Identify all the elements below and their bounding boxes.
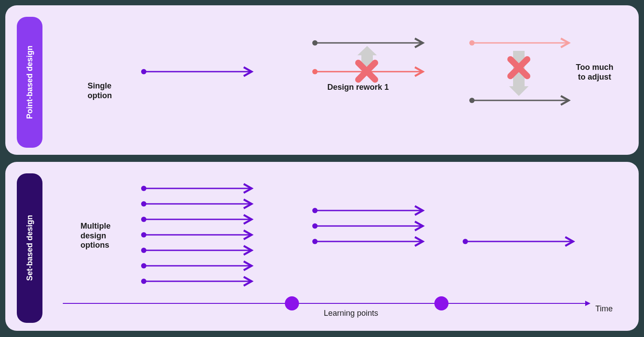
- svg-marker-5: [509, 86, 529, 96]
- top-diagram-svg: [5, 5, 639, 155]
- svg-marker-1: [357, 46, 377, 55]
- panel-set-based: Set-based design Multiple design options…: [5, 162, 639, 331]
- arrow-group-stage2: [312, 208, 422, 244]
- panel-point-based: Point-based design Single option Design …: [5, 5, 639, 155]
- arrow-group-stage3: [463, 239, 572, 244]
- learning-point-dot: [434, 296, 448, 310]
- bottom-diagram-svg: [5, 162, 639, 331]
- arrow-group-stage1: [141, 186, 251, 284]
- learning-point-dot: [285, 296, 299, 310]
